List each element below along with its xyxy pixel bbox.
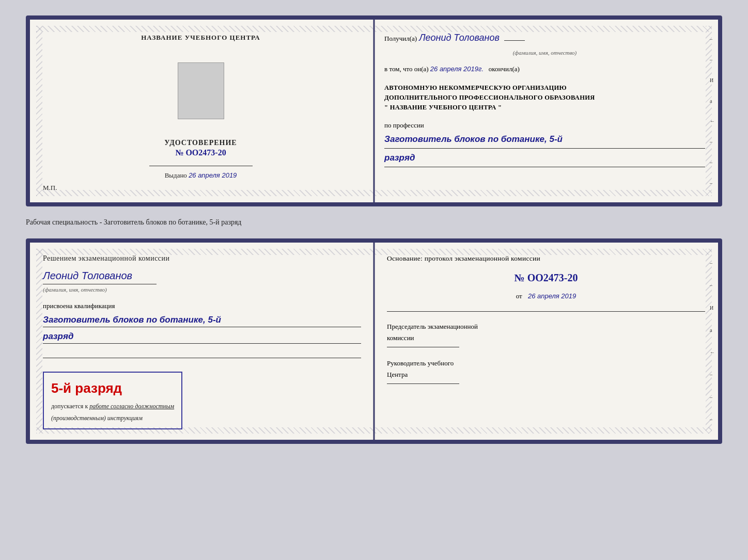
- separator-label: Рабочая специальность - Заготовитель бло…: [26, 216, 722, 229]
- top-doc-left: НАЗВАНИЕ УЧЕБНОГО ЦЕНТРА УДОСТОВЕРЕНИЕ №…: [30, 20, 371, 202]
- page-wrapper: НАЗВАНИЕ УЧЕБНОГО ЦЕНТРА УДОСТОВЕРЕНИЕ №…: [10, 10, 738, 449]
- director-signature: [387, 383, 459, 384]
- protocol-divider: [387, 311, 705, 312]
- extra-underline: [43, 349, 361, 358]
- training-center-label: НАЗВАНИЕ УЧЕБНОГО ЦЕНТРА: [141, 33, 260, 42]
- institution-block: АВТОНОМНУЮ НЕКОММЕРЧЕСКУЮ ОРГАНИЗАЦИЮ ДО…: [384, 83, 705, 112]
- fio-label: (фамилия, имя, отчество): [384, 48, 705, 58]
- photo-placeholder: [178, 62, 224, 119]
- chairman-signature: [387, 347, 459, 347]
- issued-line: Выдано 26 апреля 2019: [165, 171, 237, 180]
- mp-label: М.П.: [43, 184, 57, 192]
- completed-line: в том, что он(а) 26 апреля 2019г. окончи…: [384, 63, 705, 75]
- cert-label: УДОСТОВЕРЕНИЕ: [164, 139, 237, 147]
- director-label: Руководитель учебного Центра: [387, 358, 705, 380]
- top-document-card: НАЗВАНИЕ УЧЕБНОГО ЦЕНТРА УДОСТОВЕРЕНИЕ №…: [26, 15, 722, 206]
- bottom-doc-left: Решением экзаменационной комиссии Леонид…: [30, 243, 374, 440]
- bottom-side-decorations: – – И а ← – – –: [710, 253, 715, 429]
- protocol-number: № OO2473-20: [387, 269, 705, 286]
- rank-box-allowed: допускается к работе согласно должностны…: [51, 402, 174, 411]
- bottom-doc-right: Основание: протокол экзаменационной коми…: [374, 243, 718, 440]
- rank-box: 5-й разряд допускается к работе согласно…: [43, 372, 182, 429]
- rank-value: разряд: [384, 151, 705, 167]
- rank-box-number: 5-й разряд: [51, 378, 174, 399]
- qualification-prefix: присвоена квалификация: [43, 301, 361, 312]
- cert-number: № OO2473-20: [164, 148, 237, 157]
- side-decorations: – – И а ← – – –: [710, 30, 715, 192]
- basis-label: Основание: протокол экзаменационной коми…: [387, 253, 705, 265]
- bottom-name-underline: [43, 284, 157, 284]
- profession-label: по профессии: [384, 120, 705, 131]
- rank-underline: разряд: [43, 329, 361, 344]
- qualification-underline: Заготовитель блоков по ботанике, 5-й: [43, 313, 361, 327]
- from-date: от 26 апреля 2019: [387, 291, 705, 302]
- instructions-text: (производственным) инструкциям: [51, 413, 174, 423]
- decision-prefix: Решением экзаменационной комиссии: [43, 253, 361, 264]
- bottom-document-card: Решением экзаменационной комиссии Леонид…: [26, 238, 722, 444]
- cert-title-block: УДОСТОВЕРЕНИЕ № OO2473-20: [164, 129, 237, 157]
- received-line: Получил(а) Леонид Толованов: [384, 30, 705, 46]
- top-doc-right: Получил(а) Леонид Толованов (фамилия, им…: [371, 20, 718, 202]
- bottom-fio-label: (фамилия, имя, отчество): [43, 285, 361, 295]
- dash-line: [504, 40, 525, 41]
- signature-divider: [149, 166, 253, 166]
- profession-value: Заготовитель блоков по ботанике, 5-й: [384, 132, 705, 149]
- chairman-label: Председатель экзаменационной комиссии: [387, 321, 705, 344]
- bottom-person-name: Леонид Толованов: [43, 267, 361, 284]
